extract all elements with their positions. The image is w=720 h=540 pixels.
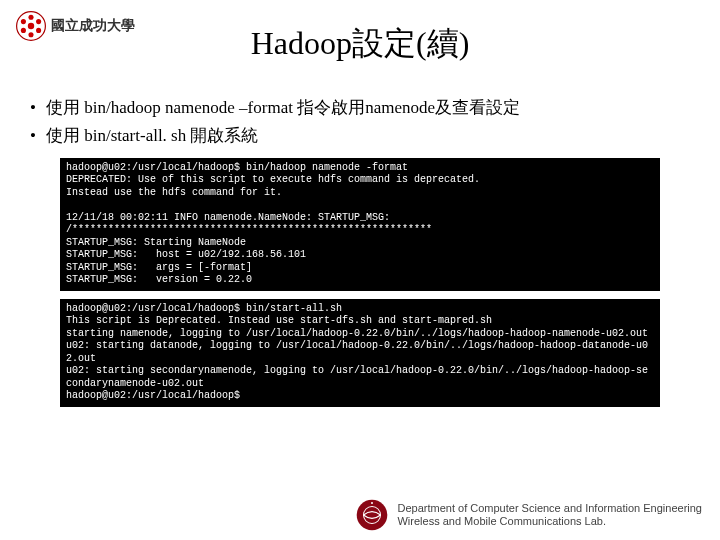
bullet-item: 使用 bin/start-all. sh 開啟系統 bbox=[30, 124, 690, 148]
svg-point-2 bbox=[28, 15, 33, 20]
university-logo: 國立成功大學 bbox=[15, 10, 135, 42]
footer-line-2: Wireless and Mobile Communications Lab. bbox=[397, 515, 702, 528]
footer-text: Department of Computer Science and Infor… bbox=[397, 502, 702, 528]
department-logo-icon bbox=[355, 498, 389, 532]
terminal-output-1: hadoop@u02:/usr/local/hadoop$ bin/hadoop… bbox=[60, 158, 660, 291]
terminal-line: Instead use the hdfs command for it. bbox=[66, 187, 654, 200]
university-name: 國立成功大學 bbox=[51, 17, 135, 35]
svg-point-1 bbox=[28, 23, 34, 29]
terminal-line: This script is Deprecated. Instead use s… bbox=[66, 315, 654, 328]
terminal-line: hadoop@u02:/usr/local/hadoop$ bin/hadoop… bbox=[66, 162, 654, 175]
svg-point-8 bbox=[357, 500, 388, 531]
terminal-line: hadoop@u02:/usr/local/hadoop$ bbox=[66, 390, 654, 403]
svg-point-5 bbox=[28, 32, 33, 37]
terminal-line: 12/11/18 00:02:11 INFO namenode.NameNode… bbox=[66, 212, 654, 225]
terminal-line: starting namenode, logging to /usr/local… bbox=[66, 328, 654, 341]
svg-point-7 bbox=[21, 19, 26, 24]
terminal-line: STARTUP_MSG: host = u02/192.168.56.101 bbox=[66, 249, 654, 262]
bullet-item: 使用 bin/hadoop namenode –format 指令啟用namen… bbox=[30, 96, 690, 120]
footer: Department of Computer Science and Infor… bbox=[355, 498, 702, 532]
university-emblem-icon bbox=[15, 10, 47, 42]
terminal-line bbox=[66, 199, 654, 212]
bullet-list: 使用 bin/hadoop namenode –format 指令啟用namen… bbox=[30, 96, 690, 148]
svg-point-10 bbox=[371, 502, 373, 504]
terminal-output-2: hadoop@u02:/usr/local/hadoop$ bin/start-… bbox=[60, 299, 660, 407]
svg-point-6 bbox=[21, 28, 26, 33]
svg-point-3 bbox=[36, 19, 41, 24]
terminal-line: /***************************************… bbox=[66, 224, 654, 237]
svg-point-4 bbox=[36, 28, 41, 33]
terminal-line: STARTUP_MSG: Starting NameNode bbox=[66, 237, 654, 250]
footer-line-1: Department of Computer Science and Infor… bbox=[397, 502, 702, 515]
terminal-line: STARTUP_MSG: args = [-format] bbox=[66, 262, 654, 275]
terminal-line: DEPRECATED: Use of this script to execut… bbox=[66, 174, 654, 187]
terminal-line: hadoop@u02:/usr/local/hadoop$ bin/start-… bbox=[66, 303, 654, 316]
terminal-line: u02: starting secondarynamenode, logging… bbox=[66, 365, 654, 390]
terminal-line: STARTUP_MSG: version = 0.22.0 bbox=[66, 274, 654, 287]
terminal-line: u02: starting datanode, logging to /usr/… bbox=[66, 340, 654, 365]
